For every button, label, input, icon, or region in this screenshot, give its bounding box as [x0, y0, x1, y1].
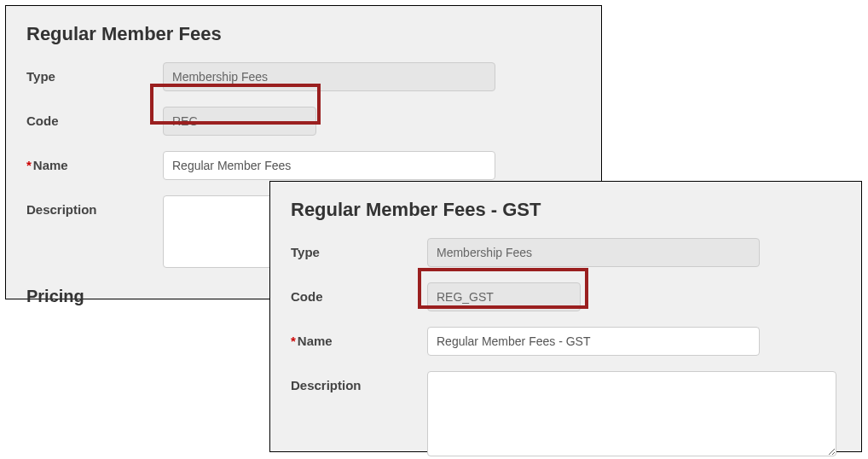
- required-star-icon: *: [291, 334, 296, 348]
- name-label-text: Name: [33, 158, 68, 172]
- name-label-text: Name: [298, 334, 333, 348]
- description-label: Description: [291, 371, 427, 392]
- required-star-icon: *: [26, 158, 32, 172]
- type-input: [163, 62, 495, 91]
- type-input: [427, 238, 760, 267]
- code-label: Code: [26, 107, 163, 128]
- name-input[interactable]: [427, 327, 760, 356]
- code-row: Code: [26, 107, 581, 136]
- description-row: Description: [291, 371, 841, 459]
- code-input: [427, 282, 581, 311]
- panel-title: Regular Member Fees: [26, 23, 581, 45]
- type-row: Type: [26, 62, 581, 91]
- type-label: Type: [291, 238, 427, 259]
- name-row: *Name: [291, 327, 841, 356]
- fee-form-panel-2: Regular Member Fees - GST Type Code *Nam…: [269, 181, 862, 452]
- type-row: Type: [291, 238, 841, 267]
- name-row: *Name: [26, 151, 581, 180]
- code-row: Code: [291, 282, 841, 311]
- code-label: Code: [291, 282, 427, 304]
- name-input[interactable]: [163, 151, 495, 180]
- name-label: *Name: [26, 151, 163, 172]
- description-label: Description: [26, 195, 163, 217]
- description-textarea[interactable]: [427, 371, 836, 456]
- type-label: Type: [26, 62, 163, 84]
- code-input: [163, 107, 316, 136]
- panel-title: Regular Member Fees - GST: [291, 199, 841, 221]
- name-label: *Name: [291, 327, 427, 348]
